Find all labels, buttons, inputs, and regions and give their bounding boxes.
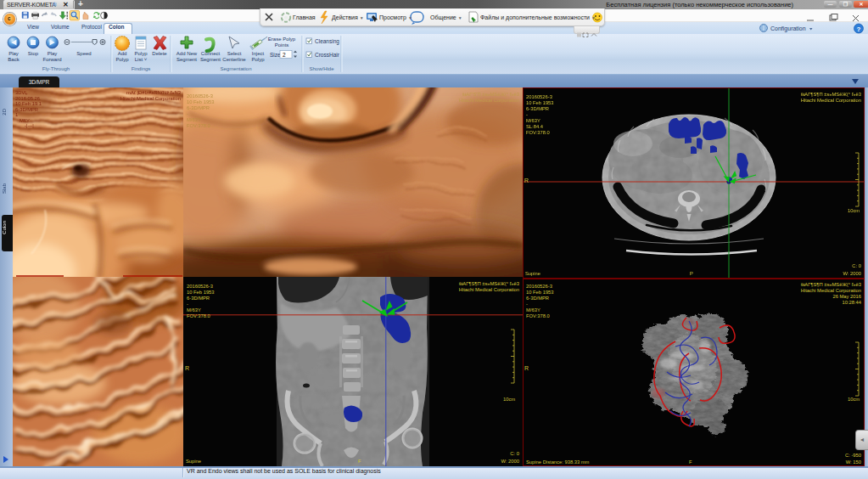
svg-text:C: -950: C: -950 xyxy=(845,453,861,458)
svg-text:W: 150: W: 150 xyxy=(846,459,861,465)
svg-text:10 Feb 1953: 10 Feb 1953 xyxy=(526,100,554,105)
svg-text:20160526-3: 20160526-3 xyxy=(187,284,213,289)
svg-text:10 Feb 1953: 10 Feb 1953 xyxy=(187,290,215,295)
svg-text:M/63Y: M/63Y xyxy=(187,117,201,122)
svg-text:Erase Polyp: Erase Polyp xyxy=(268,37,296,42)
svg-text:Add New: Add New xyxy=(176,51,198,56)
svg-text:Hitachi Medical Corporation: Hitachi Medical Corporation xyxy=(459,98,519,103)
svg-text:mAť |Đ#Iz#aRNťNž ľ»N3: mAť |Đ#Iz#aRNťNž ľ»N3 xyxy=(126,90,181,95)
svg-text:F: F xyxy=(689,459,692,465)
svg-text:10 Feb 1953: 10 Feb 1953 xyxy=(526,290,554,295)
svg-text:FOV:378.0: FOV:378.0 xyxy=(526,313,550,318)
svg-text:-: - xyxy=(187,301,188,307)
svg-text:Polyp: Polyp xyxy=(115,57,129,62)
svg-text:C: 0: C: 0 xyxy=(510,451,519,456)
svg-text:-: - xyxy=(526,301,528,307)
svg-text:26 May 2016: 26 May 2016 xyxy=(832,294,861,299)
svg-text:Connect: Connect xyxy=(201,51,221,56)
svg-text:Points: Points xyxy=(275,42,289,48)
svg-text:R: R xyxy=(524,178,529,183)
svg-text:Size: Size xyxy=(270,52,281,58)
svg-text:1: 1 xyxy=(15,112,18,117)
svg-text:-: - xyxy=(187,111,188,116)
svg-text:Hitachi Medical Corporation: Hitachi Medical Corporation xyxy=(801,98,861,103)
svg-text:10cm: 10cm xyxy=(848,208,860,213)
svg-text:Polyp: Polyp xyxy=(251,57,265,62)
svg-text:20160526-3: 20160526-3 xyxy=(526,284,552,289)
svg-text:SL:84.4: SL:84.4 xyxy=(526,124,544,129)
svg-text:FOV:378.0: FOV:378.0 xyxy=(187,123,210,128)
svg-text:Hitachi Medical Corporation: Hitachi Medical Corporation xyxy=(459,287,519,292)
svg-text:Configuration: Configuration xyxy=(770,25,806,32)
svg-text:M/63Y: M/63Y xyxy=(526,307,540,313)
svg-text:2016.05.26.: 2016.05.26. xyxy=(15,96,42,101)
svg-text:Play: Play xyxy=(48,51,58,56)
svg-text:šŧAГ¶S¶П ±s»MSěЖ(° ľ»ě3: šŧAГ¶S¶П ±s»MSěЖ(° ľ»ě3 xyxy=(801,92,861,97)
svg-text:10cm: 10cm xyxy=(503,397,515,402)
svg-text:FOV:378.0: FOV:378.0 xyxy=(526,130,550,135)
svg-text:Segmentation: Segmentation xyxy=(220,66,251,71)
svg-text:W: 2000: W: 2000 xyxy=(843,271,861,276)
svg-text:Inject: Inject xyxy=(252,51,265,56)
svg-text:List ˅: List ˅ xyxy=(135,57,148,62)
svg-text:Speed: Speed xyxy=(76,51,91,56)
svg-text:Segment: Segment xyxy=(200,57,221,62)
svg-text:Show/Hide: Show/Hide xyxy=(309,66,334,71)
svg-text:3DVĻ: 3DVĻ xyxy=(15,90,28,95)
svg-text:Supine: Supine xyxy=(186,459,201,464)
svg-text:FOV:378.0: FOV:378.0 xyxy=(187,313,210,318)
svg-text:6-3D/MPR: 6-3D/MPR xyxy=(526,106,549,111)
svg-text:Back: Back xyxy=(8,57,20,62)
svg-text:Stop: Stop xyxy=(28,51,39,56)
svg-text:20160526-3: 20160526-3 xyxy=(187,93,213,99)
svg-text:Hitachi Medical Corporation: Hitachi Medical Corporation xyxy=(801,288,861,293)
svg-text:C: 0: C: 0 xyxy=(852,263,861,268)
svg-text:šŧAГ'S'П ±s»MSěЖ(° ľ»ě3: šŧAГ'S'П ±s»MSěЖ(° ľ»ě3 xyxy=(462,92,519,97)
svg-text:Polyp: Polyp xyxy=(134,51,148,56)
svg-text:Supine Distance: 938.33 mm: Supine Distance: 938.33 mm xyxy=(526,459,590,465)
svg-text:M/63Y: M/63Y xyxy=(187,307,201,313)
svg-text:2: 2 xyxy=(283,52,286,58)
svg-text:10 Feb 1953: 10 Feb 1953 xyxy=(187,99,215,104)
svg-text:P: P xyxy=(690,271,693,276)
svg-text:M6Y: M6Y xyxy=(20,118,30,123)
svg-text:10 Feb 19.1: 10 Feb 19.1 xyxy=(15,101,42,106)
svg-text:Segment: Segment xyxy=(176,57,197,62)
svg-text:Cleansing: Cleansing xyxy=(315,38,339,45)
svg-text:10cm: 10cm xyxy=(848,397,860,402)
svg-text:Centerline: Centerline xyxy=(222,57,246,62)
svg-text:Forward: Forward xyxy=(42,57,61,62)
svg-text:6-3D/MPR: 6-3D/MPR xyxy=(15,107,38,112)
svg-text:šŧAГ¶S¶П ±s»MSěЖ(° ľ»ě3: šŧAГ¶S¶П ±s»MSěЖ(° ľ»ě3 xyxy=(459,281,519,286)
svg-text:šŧAГ¶S¶П ±s»MSěЖ(° ľ»ě3: šŧAГ¶S¶П ±s»MSěЖ(° ľ»ě3 xyxy=(801,282,861,287)
svg-text:Delete: Delete xyxy=(152,51,167,56)
svg-text:6-3D/MPR: 6-3D/MPR xyxy=(187,296,210,301)
svg-text:Add: Add xyxy=(118,51,127,56)
svg-text:W: 2000: W: 2000 xyxy=(501,459,519,464)
svg-text:20160526-3: 20160526-3 xyxy=(526,94,552,99)
svg-text:M/63Y: M/63Y xyxy=(526,118,540,123)
svg-text:Findings: Findings xyxy=(132,66,151,71)
svg-text:CrossHair: CrossHair xyxy=(315,52,340,58)
svg-text:Hitachi Medical Corporation: Hitachi Medical Corporation xyxy=(120,96,181,101)
svg-text:Fly-Through: Fly-Through xyxy=(42,66,70,71)
svg-text:-: - xyxy=(526,112,528,117)
svg-text:Play: Play xyxy=(8,51,19,56)
svg-text:?: ? xyxy=(856,25,860,33)
svg-text:6-3D/MPR: 6-3D/MPR xyxy=(187,105,210,110)
svg-text:10:28:44: 10:28:44 xyxy=(842,300,861,305)
svg-text:R: R xyxy=(185,365,189,371)
svg-text:-|---|: -|---| xyxy=(25,123,34,128)
svg-text:6-3D/MPR: 6-3D/MPR xyxy=(526,296,549,301)
svg-text:F: F xyxy=(358,459,361,464)
svg-text:Select: Select xyxy=(227,51,242,56)
svg-text:R: R xyxy=(524,365,529,371)
svg-text:Supine: Supine xyxy=(525,271,540,276)
